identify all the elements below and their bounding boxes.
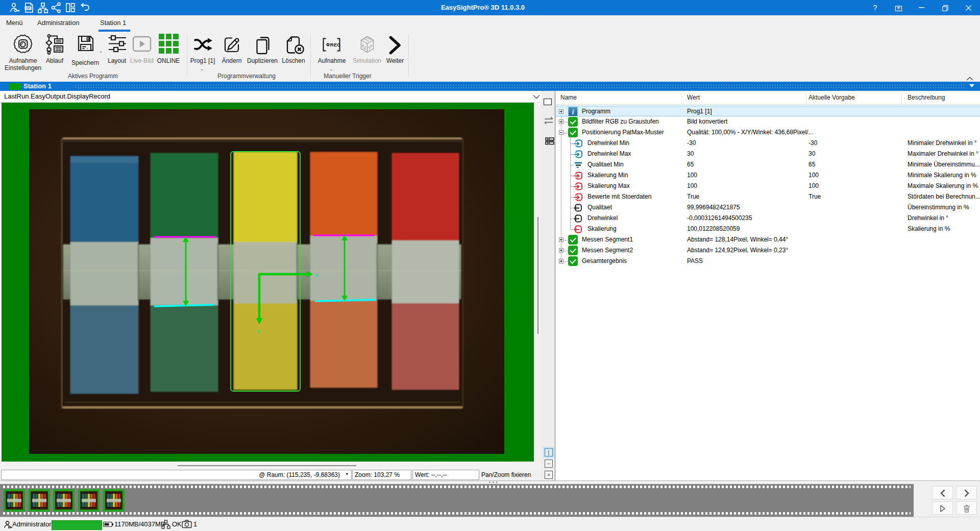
svg-text:REC: REC [330,42,341,47]
svg-text:Y: Y [257,329,261,336]
svg-text:x: x [315,272,318,279]
svg-text:ZIP: ZIP [26,7,31,10]
